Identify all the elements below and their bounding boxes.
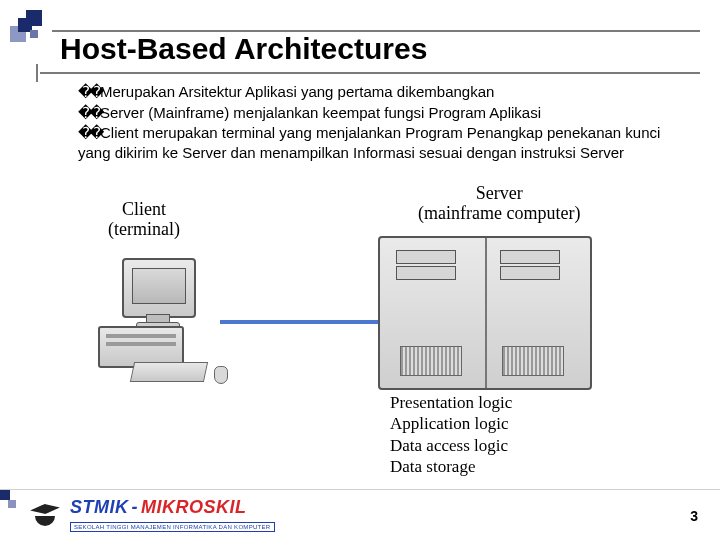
server-label: Server (mainframe computer) — [418, 184, 580, 224]
footer-square-icon — [8, 500, 16, 508]
brand-subtitle: SEKOLAH TINGGI MANAJEMEN INFORMATIKA DAN… — [70, 522, 275, 532]
slide: Host-Based Architectures ��Merupakan Ars… — [0, 0, 720, 540]
connection-line — [220, 320, 378, 324]
client-label-line1: Client — [108, 200, 180, 220]
graduation-cap-icon — [28, 504, 62, 526]
bullet-text: Merupakan Arsitektur Aplikasi yang perta… — [100, 83, 494, 100]
brand-mikro: MIKROSKIL — [141, 497, 247, 517]
org-logo: STMIK-MIKROSKIL SEKOLAH TINGGI MANAJEMEN… — [28, 498, 275, 532]
bullet-list: ��Merupakan Arsitektur Aplikasi yang per… — [78, 82, 690, 163]
bullet-item: ��Server (Mainframe) menjalankan keempat… — [78, 103, 690, 123]
logic-item: Presentation logic — [390, 392, 512, 413]
org-text: STMIK-MIKROSKIL SEKOLAH TINGGI MANAJEMEN… — [70, 498, 275, 532]
footer-rule — [0, 489, 720, 490]
mainframe-icon — [378, 236, 592, 390]
logic-item: Data access logic — [390, 435, 512, 456]
logic-item: Application logic — [390, 413, 512, 434]
server-label-line1: Server — [418, 184, 580, 204]
bullet-glyph: �� — [78, 124, 100, 141]
logic-item: Data storage — [390, 456, 512, 477]
bullet-text: Server (Mainframe) menjalankan keempat f… — [100, 104, 541, 121]
bullet-item: ��Client merupakan terminal yang menjala… — [78, 123, 690, 162]
server-logic-list: Presentation logic Application logic Dat… — [390, 392, 512, 477]
client-terminal-icon — [94, 254, 224, 374]
footer-square-icon — [0, 490, 10, 500]
bullet-glyph: �� — [78, 104, 100, 121]
client-label-line2: (terminal) — [108, 220, 180, 240]
bullet-glyph: �� — [78, 83, 100, 100]
page-number: 3 — [690, 508, 698, 524]
corner-decoration — [8, 8, 68, 48]
brand-stmik: STMIK — [70, 497, 129, 517]
slide-title: Host-Based Architectures — [60, 32, 427, 66]
brand-dash: - — [132, 497, 139, 517]
title-tick — [36, 64, 38, 82]
server-label-line2: (mainframe computer) — [418, 204, 580, 224]
title-underline — [40, 72, 700, 74]
org-brand: STMIK-MIKROSKIL — [70, 498, 275, 516]
bullet-item: ��Merupakan Arsitektur Aplikasi yang per… — [78, 82, 690, 102]
bullet-text: Client merupakan terminal yang menjalank… — [78, 124, 660, 161]
client-label: Client (terminal) — [108, 200, 180, 240]
architecture-diagram: Client (terminal) Server (mainframe comp… — [80, 200, 640, 460]
